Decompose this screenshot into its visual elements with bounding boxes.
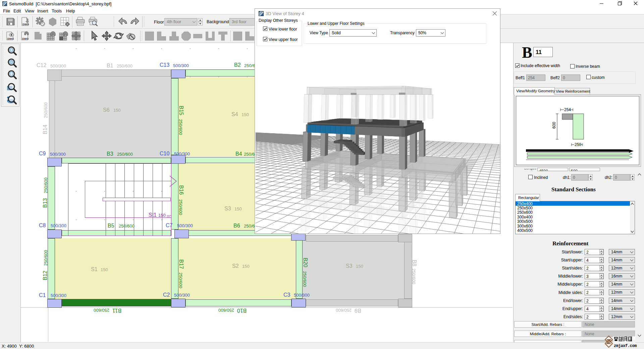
svg-text:zmjaxf.com: zmjaxf.com	[614, 344, 637, 348]
svg-text:250: 250	[575, 142, 581, 147]
svg-text:254: 254	[564, 107, 571, 112]
svg-text:600: 600	[552, 122, 556, 129]
